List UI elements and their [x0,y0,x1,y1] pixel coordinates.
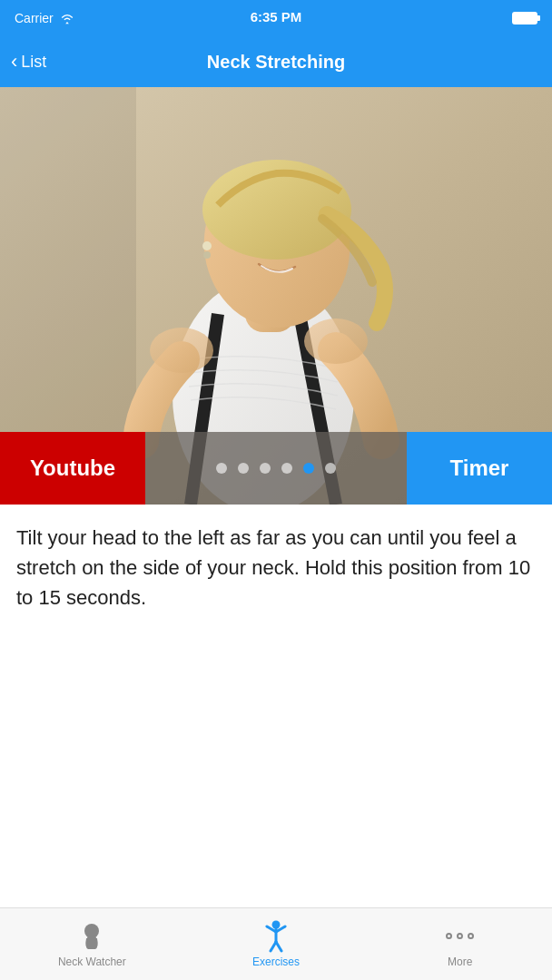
tab-neck-watcher-label: Neck Watcher [58,956,126,968]
carrier-label: Carrier [15,11,54,25]
dot-4[interactable] [281,463,292,474]
more-dot-2 [457,933,463,939]
timer-button[interactable]: Timer [407,432,552,505]
svg-point-10 [202,241,212,250]
more-icon [445,921,476,952]
back-label: List [21,53,46,72]
svg-line-20 [271,942,276,951]
back-button[interactable]: ‹ List [11,51,46,74]
tab-more[interactable]: More [368,921,552,968]
dot-2[interactable] [238,463,249,474]
svg-point-13 [304,318,368,364]
back-chevron-icon: ‹ [11,50,17,74]
status-bar: Carrier 6:35 PM [0,0,552,36]
dot-5[interactable] [303,463,314,474]
tab-exercises[interactable]: Exercises [184,921,369,968]
navigation-bar: ‹ List Neck Stretching [0,36,552,87]
neck-watcher-icon [76,921,107,952]
svg-point-11 [203,251,211,259]
page-title: Neck Stretching [207,52,345,73]
svg-point-15 [87,935,96,942]
svg-point-12 [150,328,213,373]
exercises-icon [261,921,291,952]
status-bar-right [512,12,537,24]
dot-6[interactable] [325,463,336,474]
tab-bar: Neck Watcher Exercises [0,907,552,980]
youtube-button[interactable]: Youtube [0,432,145,505]
image-overlay-bar: Youtube Timer [0,432,552,505]
battery-icon [512,12,537,24]
exercise-image-container: Youtube Timer [0,87,552,505]
svg-line-21 [276,942,281,951]
tab-more-label: More [448,956,472,968]
slide-dots [145,463,407,474]
status-bar-left: Carrier [15,11,75,25]
more-dot-3 [468,933,474,939]
more-dot-1 [446,933,452,939]
wifi-icon [59,12,75,24]
dot-1[interactable] [216,463,227,474]
dot-3[interactable] [260,463,271,474]
tab-neck-watcher[interactable]: Neck Watcher [0,921,184,968]
status-bar-time: 6:35 PM [251,9,302,24]
exercise-description: Tilt your head to the left as far as you… [0,505,552,631]
description-text: Tilt your head to the left as far as you… [16,523,536,612]
tab-exercises-label: Exercises [252,956,300,968]
